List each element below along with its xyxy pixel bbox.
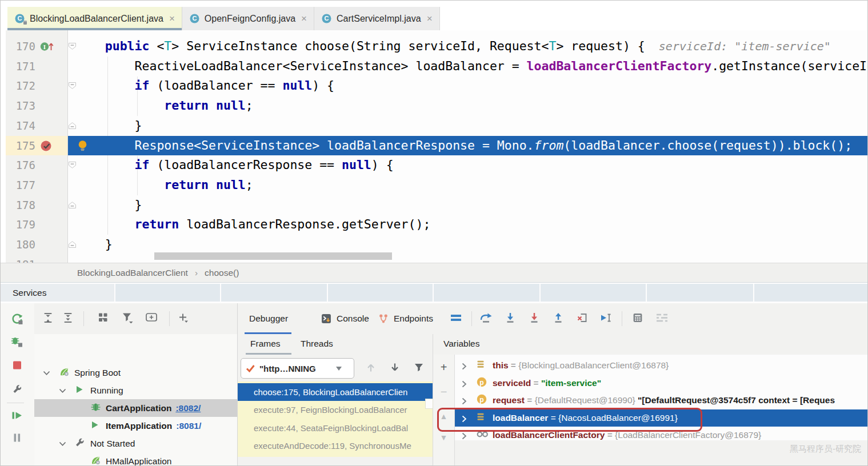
- code-line-181[interactable]: 181: [0, 255, 868, 263]
- variable-row-request[interactable]: prequest = {DefaultRequest@16990} "[Defa…: [455, 392, 868, 409]
- stack-frame-row[interactable]: executeAndDecode:119, SynchronousMe: [238, 437, 433, 455]
- editor-tab-CartServiceImpl.java[interactable]: CCartServiceImpl.java×: [314, 7, 440, 30]
- layout-settings-button[interactable]: [655, 313, 668, 324]
- add-button[interactable]: [178, 313, 189, 325]
- close-icon[interactable]: ×: [427, 16, 433, 22]
- service-node-ItemApplication[interactable]: ItemApplication:8081/: [34, 417, 237, 435]
- step-out-button[interactable]: [553, 312, 564, 325]
- pause-button[interactable]: [13, 433, 22, 444]
- code-text: public <T> ServiceInstance choose(String…: [75, 37, 868, 57]
- evaluate-expression-button[interactable]: [633, 312, 643, 325]
- tab-endpoints[interactable]: Endpoints: [378, 303, 433, 334]
- add-service-button[interactable]: [145, 312, 158, 325]
- hide-frames-filter-button[interactable]: [414, 363, 424, 374]
- code-line-180[interactable]: 180 }: [0, 235, 868, 255]
- chevron-right-icon[interactable]: [462, 415, 467, 425]
- tab-debugger[interactable]: Debugger: [249, 303, 288, 334]
- services-toolwindow-header: Services: [0, 282, 868, 304]
- close-icon[interactable]: ×: [169, 16, 175, 22]
- line-number: 175: [6, 136, 35, 156]
- service-node-Not Started[interactable]: Not Started: [34, 435, 237, 452]
- move-up-button[interactable]: ▲: [440, 412, 448, 420]
- svg-text:C: C: [192, 15, 197, 22]
- code-line-172[interactable]: 172 if (loadBalancer == null) {: [0, 76, 868, 96]
- resume-button[interactable]: [12, 411, 23, 422]
- service-port-link[interactable]: :8082/: [175, 403, 201, 413]
- editor-tab-OpenFeignConfig.java[interactable]: COpenFeignConfig.java×: [182, 7, 314, 30]
- service-node-HMallApplication[interactable]: HMallApplication: [34, 452, 237, 466]
- code-line-177[interactable]: 177 return null;: [0, 175, 868, 195]
- code-line-173[interactable]: 173 return null;: [0, 96, 868, 116]
- step-into-button[interactable]: [505, 312, 516, 325]
- expand-all-button[interactable]: [43, 312, 54, 325]
- chevron-down-icon[interactable]: [59, 439, 66, 449]
- variable-row-this[interactable]: this = {BlockingLoadBalancerClient@16878…: [455, 357, 868, 375]
- line-number: 180: [6, 235, 35, 255]
- next-frame-button[interactable]: [390, 363, 400, 375]
- tab-frames[interactable]: Frames: [250, 334, 281, 353]
- stack-frame-row[interactable]: execute:44, SeataFeignBlockingLoadBal: [238, 419, 433, 437]
- code-line-179[interactable]: 179 return loadBalancerResponse.getServe…: [0, 215, 868, 235]
- chevron-down-icon[interactable]: [59, 385, 66, 396]
- stack-frame-row[interactable]: choose:175, BlockingLoadBalancerClien: [238, 383, 433, 401]
- code-line-171[interactable]: 171 ReactiveLoadBalancer<ServiceInstance…: [0, 57, 868, 77]
- service-node-Running[interactable]: Running: [34, 381, 237, 399]
- code-text: }: [75, 195, 868, 215]
- frames-scrollbar[interactable]: [425, 399, 433, 409]
- code-line-174[interactable]: 174 }: [0, 116, 868, 136]
- run-to-cursor-button[interactable]: [600, 312, 613, 325]
- force-step-into-button[interactable]: [529, 312, 540, 325]
- collapse-all-button[interactable]: [63, 312, 74, 325]
- threads-view-button[interactable]: [450, 314, 462, 324]
- group-by-button[interactable]: [98, 312, 109, 326]
- implements-method-icon[interactable]: I: [40, 41, 55, 53]
- stack-frame-row[interactable]: execute:97, FeignBlockingLoadBalancer: [238, 401, 433, 419]
- step-over-button[interactable]: [479, 312, 493, 325]
- debugger-tabs-bar: Debugger Console Endpoints: [238, 303, 868, 335]
- tab-threads[interactable]: Threads: [301, 334, 333, 353]
- breadcrumb-class[interactable]: BlockingLoadBalancerClient: [77, 268, 188, 278]
- check-icon: [246, 364, 255, 372]
- reset-frame-button[interactable]: [577, 312, 588, 325]
- thread-selector-dropdown[interactable]: "http…NNING: [241, 358, 354, 379]
- horizontal-scrollbar[interactable]: [154, 252, 392, 260]
- code-line-178[interactable]: 178 }: [0, 195, 868, 215]
- variable-row-loadBalancerClientFactory[interactable]: loadBalancerClientFactory = {LoadBalance…: [455, 427, 868, 444]
- chevron-right-icon[interactable]: [462, 362, 467, 372]
- variable-row-serviceId[interactable]: pserviceId = "item-service": [455, 375, 868, 392]
- rerun-button[interactable]: [11, 313, 23, 327]
- rerun-debug-button[interactable]: [11, 336, 23, 350]
- service-port-link[interactable]: :8081/: [176, 421, 201, 431]
- thread-selector-value: "http…NNING: [259, 364, 333, 373]
- intention-bulb-icon[interactable]: [78, 140, 87, 154]
- variable-row-loadBalancer[interactable]: loadBalancer = {NacosLoadBalancer@16991}: [455, 409, 868, 427]
- chevron-right-icon[interactable]: [462, 397, 467, 407]
- breadcrumb-method[interactable]: choose(): [205, 268, 239, 278]
- frame-label: execute:97, FeignBlockingLoadBalancer: [254, 405, 407, 415]
- chevron-right-icon[interactable]: [462, 380, 467, 390]
- service-node-CartApplication[interactable]: CartApplication:8082/: [34, 399, 237, 417]
- code-line-176[interactable]: 176 if (loadBalancerResponse == null) {: [0, 155, 868, 175]
- chevron-down-icon[interactable]: [43, 368, 50, 378]
- edit-configuration-button[interactable]: [13, 384, 22, 396]
- services-header-tab[interactable]: Services: [1, 284, 114, 302]
- spring-icon: [59, 366, 70, 379]
- service-label: CartApplication:8082/: [106, 399, 201, 417]
- filter-button[interactable]: [122, 312, 133, 326]
- code-line-170[interactable]: 170I public <T> ServiceInstance choose(S…: [0, 37, 868, 57]
- param-icon: p: [477, 377, 487, 389]
- remove-watch-button[interactable]: −: [441, 386, 447, 397]
- add-watch-button[interactable]: +: [441, 361, 447, 373]
- move-down-button[interactable]: ▼: [440, 433, 448, 441]
- breakpoint-icon[interactable]: [40, 140, 54, 154]
- code-editor[interactable]: 170I public <T> ServiceInstance choose(S…: [0, 30, 868, 263]
- chevron-right-icon[interactable]: [462, 432, 467, 442]
- previous-frame-button[interactable]: [366, 363, 376, 375]
- tab-console[interactable]: Console: [321, 303, 369, 334]
- close-icon[interactable]: ×: [301, 16, 307, 22]
- service-node-Spring Boot[interactable]: Spring Boot: [34, 364, 237, 381]
- stop-button[interactable]: [13, 361, 22, 372]
- editor-tab-BlockingLoadBalancerClient.java[interactable]: CBlockingLoadBalancerClient.java×: [7, 7, 182, 30]
- watermark: 黑马程序员-研究院: [790, 444, 861, 455]
- code-line-175[interactable]: 175 Response<ServiceInstance> loadBalanc…: [0, 136, 868, 156]
